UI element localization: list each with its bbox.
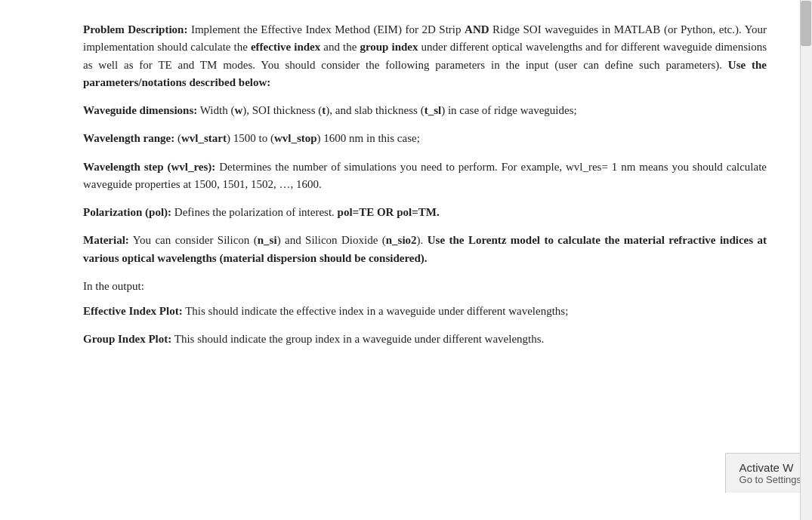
- text-wavelength-range: (wvl_start) 1500 to (wvl_stop) 1600 nm i…: [178, 132, 420, 144]
- paragraph-group-index-plot: Group Index Plot: This should indicate t…: [83, 331, 767, 348]
- text-in-the-output: In the output:: [83, 280, 144, 292]
- activate-subtitle: Go to Settings: [739, 474, 801, 485]
- label-effective-index-plot: Effective Index Plot:: [83, 305, 183, 317]
- main-content: Problem Description: Implement the Effec…: [0, 0, 812, 520]
- paragraph-effective-index-plot: Effective Index Plot: This should indica…: [83, 303, 767, 320]
- label-problem-description: Problem Description:: [83, 23, 187, 35]
- paragraph-wavelength-range: Wavelength range: (wvl_start) 1500 to (w…: [83, 130, 767, 147]
- paragraph-material: Material: You can consider Silicon (n_si…: [83, 232, 767, 267]
- text-polarization: Defines the polarization of interest. po…: [174, 206, 440, 218]
- text-group-index-plot: This should indicate the group index in …: [174, 333, 545, 345]
- paragraph-waveguide-dimensions: Waveguide dimensions: Width (w), SOI thi…: [83, 102, 767, 119]
- paragraph-in-the-output: In the output:: [83, 278, 767, 295]
- activate-title: Activate W: [739, 461, 801, 474]
- paragraph-problem-description: Problem Description: Implement the Effec…: [83, 21, 767, 91]
- text-waveguide-dimensions: Width (w), SOI thickness (t), and slab t…: [200, 104, 577, 116]
- text-material: You can consider Silicon (n_si) and Sili…: [83, 234, 767, 263]
- text-effective-index-plot: This should indicate the effective index…: [185, 305, 568, 317]
- scrollbar-thumb[interactable]: [801, 1, 811, 46]
- label-wavelength-range: Wavelength range:: [83, 132, 174, 144]
- scrollbar[interactable]: [800, 0, 812, 520]
- label-material: Material:: [83, 234, 129, 246]
- label-wavelength-step: Wavelength step (wvl_res):: [83, 161, 215, 173]
- label-group-index-plot: Group Index Plot:: [83, 333, 171, 345]
- paragraph-polarization: Polarization (pol): Defines the polariza…: [83, 204, 767, 221]
- label-waveguide-dimensions: Waveguide dimensions:: [83, 104, 197, 116]
- label-polarization: Polarization (pol):: [83, 206, 171, 218]
- content-area: Problem Description: Implement the Effec…: [83, 21, 767, 349]
- paragraph-wavelength-step: Wavelength step (wvl_res): Determines th…: [83, 158, 767, 194]
- activate-watermark[interactable]: Activate W Go to Settings: [725, 453, 812, 493]
